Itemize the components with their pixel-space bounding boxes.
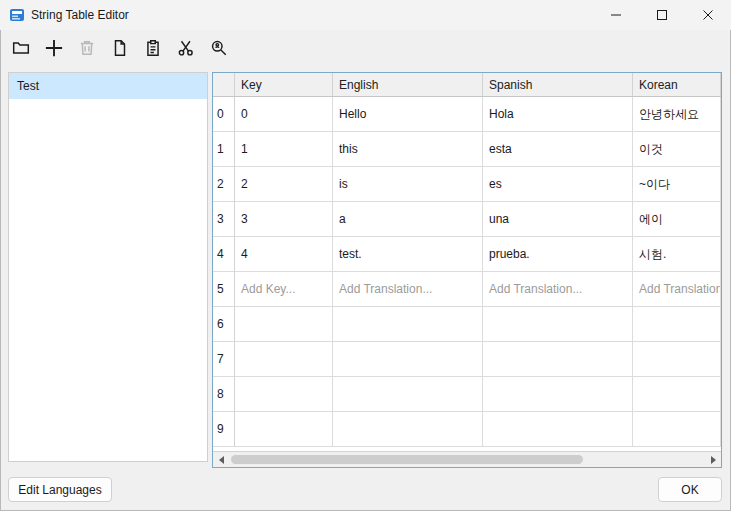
window-controls	[593, 0, 731, 30]
cell-korean[interactable]	[633, 377, 721, 412]
window-title: String Table Editor	[31, 8, 129, 22]
table-row: 8	[213, 377, 721, 412]
scroll-left-arrow[interactable]	[213, 452, 229, 467]
cell-english[interactable]	[333, 412, 483, 447]
cell-english-placeholder[interactable]: Add Translation...	[333, 272, 483, 307]
cell-english[interactable]	[333, 342, 483, 377]
copy-icon	[111, 39, 129, 60]
paste-icon	[144, 39, 162, 60]
cell-key-placeholder[interactable]: Add Key...	[235, 272, 333, 307]
cell-key[interactable]	[235, 377, 333, 412]
add-entry-button[interactable]	[41, 36, 67, 62]
row-number[interactable]: 1	[213, 132, 235, 167]
cell-spanish[interactable]: esta	[483, 132, 633, 167]
table-row: 9	[213, 412, 721, 447]
delete-entry-icon	[78, 39, 96, 60]
table-row: 7	[213, 342, 721, 377]
table-row: 4 4 test. prueba. 시험.	[213, 237, 721, 272]
cell-korean[interactable]: ~이다	[633, 167, 721, 202]
row-number[interactable]: 0	[213, 97, 235, 132]
cell-spanish[interactable]	[483, 307, 633, 342]
minimize-button[interactable]	[593, 0, 639, 30]
row-number[interactable]: 2	[213, 167, 235, 202]
edit-languages-button[interactable]: Edit Languages	[8, 477, 112, 502]
open-folder-icon	[12, 39, 30, 60]
cell-english[interactable]: this	[333, 132, 483, 167]
table-row-add-new: 5 Add Key... Add Translation... Add Tran…	[213, 272, 721, 307]
paste-button[interactable]	[140, 36, 166, 62]
table-row: 3 3 a una 에이	[213, 202, 721, 237]
scroll-right-arrow[interactable]	[705, 452, 721, 467]
toolbar	[8, 34, 232, 64]
list-item-test[interactable]: Test	[9, 73, 207, 99]
string-table-editor-window: { "window": { "title": "String Table Edi…	[0, 0, 731, 511]
row-number[interactable]: 6	[213, 307, 235, 342]
table-row: 1 1 this esta 이것	[213, 132, 721, 167]
cell-key[interactable]	[235, 342, 333, 377]
translations-table: Key English Spanish Korean 0 0 Hello Hol…	[212, 72, 722, 468]
maximize-button[interactable]	[639, 0, 685, 30]
cut-icon	[177, 39, 195, 60]
table-row: 6	[213, 307, 721, 342]
cell-korean[interactable]: 시험.	[633, 237, 721, 272]
find-button[interactable]	[206, 36, 232, 62]
cell-english[interactable]: test.	[333, 237, 483, 272]
list-item-label: Test	[17, 79, 39, 93]
corner-header	[213, 73, 235, 96]
table-header-row: Key English Spanish Korean	[213, 73, 721, 97]
delete-entry-button[interactable]	[74, 36, 100, 62]
string-table-list: Test	[8, 72, 208, 462]
cell-english[interactable]	[333, 377, 483, 412]
cell-korean-placeholder[interactable]: Add Translation...	[633, 272, 721, 307]
cell-key[interactable]	[235, 412, 333, 447]
cell-korean[interactable]	[633, 342, 721, 377]
copy-button[interactable]	[107, 36, 133, 62]
cell-spanish[interactable]	[483, 412, 633, 447]
cell-korean[interactable]: 에이	[633, 202, 721, 237]
column-header-spanish[interactable]: Spanish	[483, 73, 633, 96]
cell-korean[interactable]	[633, 412, 721, 447]
row-number[interactable]: 3	[213, 202, 235, 237]
cell-english[interactable]: is	[333, 167, 483, 202]
row-number[interactable]: 4	[213, 237, 235, 272]
table-body: 0 0 Hello Hola 안녕하세요 1 1 this esta 이것 2 …	[213, 97, 721, 451]
table-row: 2 2 is es ~이다	[213, 167, 721, 202]
find-icon	[210, 39, 228, 60]
cell-english[interactable]: Hello	[333, 97, 483, 132]
cell-spanish[interactable]	[483, 342, 633, 377]
column-header-korean[interactable]: Korean	[633, 73, 721, 96]
cell-spanish-placeholder[interactable]: Add Translation...	[483, 272, 633, 307]
cell-korean[interactable]: 이것	[633, 132, 721, 167]
cell-key[interactable]: 0	[235, 97, 333, 132]
cell-spanish[interactable]: es	[483, 167, 633, 202]
cell-korean[interactable]	[633, 307, 721, 342]
column-header-english[interactable]: English	[333, 73, 483, 96]
ok-button[interactable]: OK	[658, 477, 722, 502]
titlebar: String Table Editor	[0, 0, 731, 30]
cell-english[interactable]	[333, 307, 483, 342]
row-number[interactable]: 8	[213, 377, 235, 412]
cell-spanish[interactable]: una	[483, 202, 633, 237]
cell-key[interactable]: 4	[235, 237, 333, 272]
add-entry-icon	[44, 38, 64, 61]
row-number[interactable]: 9	[213, 412, 235, 447]
cell-korean[interactable]: 안녕하세요	[633, 97, 721, 132]
horizontal-scrollbar[interactable]	[213, 451, 721, 467]
app-icon	[9, 7, 25, 23]
cell-english[interactable]: a	[333, 202, 483, 237]
cell-spanish[interactable]: prueba.	[483, 237, 633, 272]
row-number[interactable]: 7	[213, 342, 235, 377]
column-header-key[interactable]: Key	[235, 73, 333, 96]
scrollbar-thumb[interactable]	[231, 455, 583, 464]
cell-key[interactable]: 1	[235, 132, 333, 167]
cell-key[interactable]	[235, 307, 333, 342]
cell-spanish[interactable]: Hola	[483, 97, 633, 132]
close-button[interactable]	[685, 0, 731, 30]
cut-button[interactable]	[173, 36, 199, 62]
cell-key[interactable]: 3	[235, 202, 333, 237]
table-row: 0 0 Hello Hola 안녕하세요	[213, 97, 721, 132]
cell-spanish[interactable]	[483, 377, 633, 412]
open-folder-button[interactable]	[8, 36, 34, 62]
row-number[interactable]: 5	[213, 272, 235, 307]
cell-key[interactable]: 2	[235, 167, 333, 202]
